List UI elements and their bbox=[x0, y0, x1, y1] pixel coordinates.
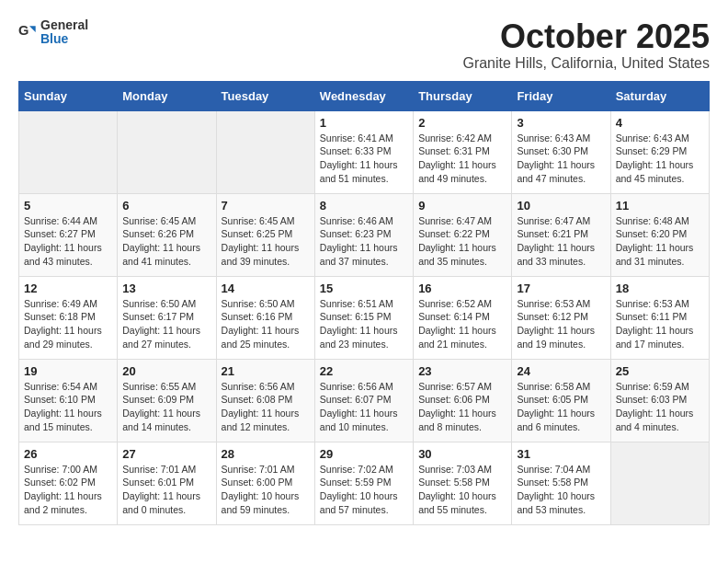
calendar-cell: 11Sunrise: 6:48 AM Sunset: 6:20 PM Dayli… bbox=[610, 193, 709, 276]
calendar-cell: 28Sunrise: 7:01 AM Sunset: 6:00 PM Dayli… bbox=[216, 442, 314, 524]
day-number: 24 bbox=[517, 364, 605, 378]
day-info: Sunrise: 7:02 AM Sunset: 5:59 PM Dayligh… bbox=[320, 463, 408, 517]
calendar-header: SundayMondayTuesdayWednesdayThursdayFrid… bbox=[19, 81, 710, 110]
calendar-body: 1Sunrise: 6:41 AM Sunset: 6:33 PM Daylig… bbox=[19, 110, 710, 524]
weekday-header-thursday: Thursday bbox=[414, 81, 512, 110]
calendar-cell: 26Sunrise: 7:00 AM Sunset: 6:02 PM Dayli… bbox=[19, 442, 118, 524]
calendar-cell: 1Sunrise: 6:41 AM Sunset: 6:33 PM Daylig… bbox=[314, 110, 413, 193]
calendar-cell: 2Sunrise: 6:42 AM Sunset: 6:31 PM Daylig… bbox=[414, 110, 512, 193]
calendar-cell: 23Sunrise: 6:57 AM Sunset: 6:06 PM Dayli… bbox=[414, 359, 512, 442]
day-info: Sunrise: 6:46 AM Sunset: 6:23 PM Dayligh… bbox=[320, 214, 408, 269]
logo-icon: G bbox=[18, 23, 37, 41]
day-info: Sunrise: 6:57 AM Sunset: 6:06 PM Dayligh… bbox=[418, 380, 506, 434]
day-info: Sunrise: 6:53 AM Sunset: 6:12 PM Dayligh… bbox=[517, 297, 605, 351]
calendar-cell: 15Sunrise: 6:51 AM Sunset: 6:15 PM Dayli… bbox=[314, 276, 413, 359]
calendar-week-2: 5Sunrise: 6:44 AM Sunset: 6:27 PM Daylig… bbox=[19, 193, 710, 276]
calendar-cell: 8Sunrise: 6:46 AM Sunset: 6:23 PM Daylig… bbox=[314, 193, 413, 276]
day-number: 22 bbox=[320, 364, 408, 378]
day-info: Sunrise: 6:58 AM Sunset: 6:05 PM Dayligh… bbox=[517, 380, 605, 434]
svg-text:G: G bbox=[18, 24, 28, 39]
day-number: 13 bbox=[122, 282, 210, 295]
day-number: 14 bbox=[222, 282, 310, 295]
day-number: 10 bbox=[517, 199, 605, 213]
day-info: Sunrise: 6:41 AM Sunset: 6:33 PM Dayligh… bbox=[320, 132, 408, 186]
calendar-cell: 20Sunrise: 6:55 AM Sunset: 6:09 PM Dayli… bbox=[118, 359, 216, 442]
calendar-cell: 3Sunrise: 6:43 AM Sunset: 6:30 PM Daylig… bbox=[512, 110, 610, 193]
calendar-cell: 27Sunrise: 7:01 AM Sunset: 6:01 PM Dayli… bbox=[118, 442, 216, 524]
day-number: 27 bbox=[122, 447, 210, 461]
day-number: 1 bbox=[320, 116, 408, 130]
main-title: October 2025 bbox=[462, 18, 710, 55]
day-number: 2 bbox=[418, 116, 506, 130]
calendar-cell bbox=[216, 110, 314, 193]
page-header: G General Blue October 2025 Granite Hill… bbox=[18, 18, 710, 72]
day-info: Sunrise: 6:42 AM Sunset: 6:31 PM Dayligh… bbox=[418, 132, 506, 186]
calendar-cell: 7Sunrise: 6:45 AM Sunset: 6:25 PM Daylig… bbox=[216, 193, 314, 276]
weekday-header-saturday: Saturday bbox=[610, 81, 709, 110]
day-info: Sunrise: 6:50 AM Sunset: 6:16 PM Dayligh… bbox=[222, 297, 310, 351]
day-number: 18 bbox=[616, 282, 704, 295]
weekday-header-wednesday: Wednesday bbox=[314, 81, 413, 110]
calendar-cell: 21Sunrise: 6:56 AM Sunset: 6:08 PM Dayli… bbox=[216, 359, 314, 442]
calendar-week-3: 12Sunrise: 6:49 AM Sunset: 6:18 PM Dayli… bbox=[19, 276, 710, 359]
day-info: Sunrise: 6:56 AM Sunset: 6:08 PM Dayligh… bbox=[222, 380, 310, 434]
day-info: Sunrise: 6:49 AM Sunset: 6:18 PM Dayligh… bbox=[24, 297, 112, 351]
day-number: 19 bbox=[24, 364, 112, 378]
day-number: 21 bbox=[222, 364, 310, 378]
day-number: 29 bbox=[320, 447, 408, 461]
day-info: Sunrise: 6:45 AM Sunset: 6:25 PM Dayligh… bbox=[222, 214, 310, 269]
day-info: Sunrise: 6:43 AM Sunset: 6:29 PM Dayligh… bbox=[616, 132, 704, 186]
day-info: Sunrise: 7:03 AM Sunset: 5:58 PM Dayligh… bbox=[418, 463, 506, 517]
title-area: October 2025 Granite Hills, California, … bbox=[462, 18, 710, 72]
day-number: 17 bbox=[517, 282, 605, 295]
day-info: Sunrise: 7:00 AM Sunset: 6:02 PM Dayligh… bbox=[24, 463, 112, 517]
day-info: Sunrise: 6:53 AM Sunset: 6:11 PM Dayligh… bbox=[616, 297, 704, 351]
day-number: 3 bbox=[517, 116, 605, 130]
weekday-header-row: SundayMondayTuesdayWednesdayThursdayFrid… bbox=[19, 81, 710, 110]
day-info: Sunrise: 7:01 AM Sunset: 6:01 PM Dayligh… bbox=[122, 463, 210, 517]
day-info: Sunrise: 6:48 AM Sunset: 6:20 PM Dayligh… bbox=[616, 214, 704, 269]
logo: G General Blue bbox=[18, 18, 88, 47]
day-info: Sunrise: 6:52 AM Sunset: 6:14 PM Dayligh… bbox=[418, 297, 506, 351]
day-number: 11 bbox=[616, 199, 704, 213]
calendar-week-4: 19Sunrise: 6:54 AM Sunset: 6:10 PM Dayli… bbox=[19, 359, 710, 442]
logo-general-text: General bbox=[40, 18, 88, 32]
day-number: 4 bbox=[616, 116, 704, 130]
weekday-header-sunday: Sunday bbox=[19, 81, 118, 110]
calendar-cell: 17Sunrise: 6:53 AM Sunset: 6:12 PM Dayli… bbox=[512, 276, 610, 359]
day-number: 26 bbox=[24, 447, 112, 461]
calendar-week-1: 1Sunrise: 6:41 AM Sunset: 6:33 PM Daylig… bbox=[19, 110, 710, 193]
calendar-week-5: 26Sunrise: 7:00 AM Sunset: 6:02 PM Dayli… bbox=[19, 442, 710, 524]
day-number: 16 bbox=[418, 282, 506, 295]
calendar-cell: 19Sunrise: 6:54 AM Sunset: 6:10 PM Dayli… bbox=[19, 359, 118, 442]
weekday-header-friday: Friday bbox=[512, 81, 610, 110]
day-number: 6 bbox=[122, 199, 210, 213]
day-info: Sunrise: 6:56 AM Sunset: 6:07 PM Dayligh… bbox=[320, 380, 408, 434]
calendar-cell: 14Sunrise: 6:50 AM Sunset: 6:16 PM Dayli… bbox=[216, 276, 314, 359]
sub-title: Granite Hills, California, United States bbox=[462, 55, 710, 72]
day-info: Sunrise: 7:04 AM Sunset: 5:58 PM Dayligh… bbox=[517, 463, 605, 517]
day-info: Sunrise: 6:54 AM Sunset: 6:10 PM Dayligh… bbox=[24, 380, 112, 434]
weekday-header-monday: Monday bbox=[118, 81, 216, 110]
day-info: Sunrise: 6:50 AM Sunset: 6:17 PM Dayligh… bbox=[122, 297, 210, 351]
day-number: 20 bbox=[122, 364, 210, 378]
calendar-cell bbox=[610, 442, 709, 524]
calendar-cell: 18Sunrise: 6:53 AM Sunset: 6:11 PM Dayli… bbox=[610, 276, 709, 359]
day-number: 9 bbox=[418, 199, 506, 213]
calendar-cell bbox=[118, 110, 216, 193]
day-info: Sunrise: 6:45 AM Sunset: 6:26 PM Dayligh… bbox=[122, 214, 210, 269]
day-info: Sunrise: 6:51 AM Sunset: 6:15 PM Dayligh… bbox=[320, 297, 408, 351]
calendar-cell: 13Sunrise: 6:50 AM Sunset: 6:17 PM Dayli… bbox=[118, 276, 216, 359]
weekday-header-tuesday: Tuesday bbox=[216, 81, 314, 110]
calendar-cell: 30Sunrise: 7:03 AM Sunset: 5:58 PM Dayli… bbox=[414, 442, 512, 524]
calendar-cell: 12Sunrise: 6:49 AM Sunset: 6:18 PM Dayli… bbox=[19, 276, 118, 359]
day-info: Sunrise: 6:47 AM Sunset: 6:21 PM Dayligh… bbox=[517, 214, 605, 269]
day-info: Sunrise: 6:44 AM Sunset: 6:27 PM Dayligh… bbox=[24, 214, 112, 269]
calendar-cell: 29Sunrise: 7:02 AM Sunset: 5:59 PM Dayli… bbox=[314, 442, 413, 524]
day-info: Sunrise: 6:55 AM Sunset: 6:09 PM Dayligh… bbox=[122, 380, 210, 434]
day-number: 28 bbox=[222, 447, 310, 461]
svg-marker-1 bbox=[29, 27, 36, 33]
calendar-cell: 5Sunrise: 6:44 AM Sunset: 6:27 PM Daylig… bbox=[19, 193, 118, 276]
day-number: 23 bbox=[418, 364, 506, 378]
calendar-cell: 10Sunrise: 6:47 AM Sunset: 6:21 PM Dayli… bbox=[512, 193, 610, 276]
